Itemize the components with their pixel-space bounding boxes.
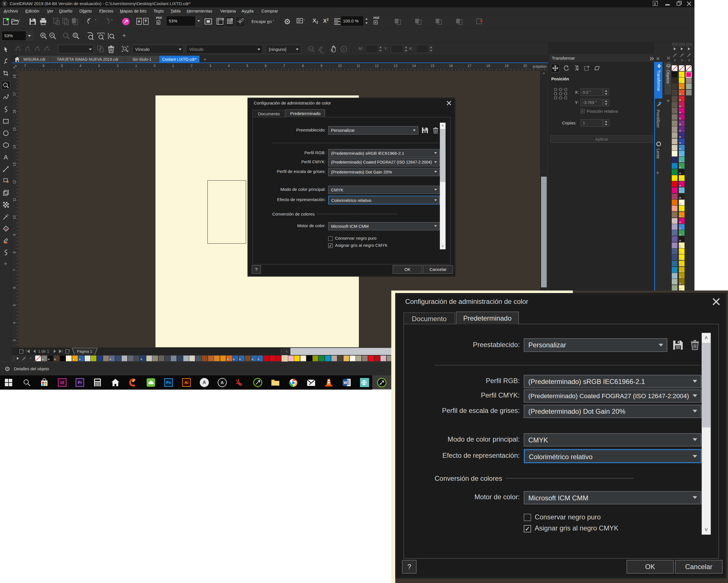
- svg-text:A: A: [342, 48, 345, 51]
- svg-text:A: A: [4, 154, 8, 161]
- svg-text:W: W: [343, 381, 347, 385]
- svg-text:ALT: ALT: [309, 48, 314, 50]
